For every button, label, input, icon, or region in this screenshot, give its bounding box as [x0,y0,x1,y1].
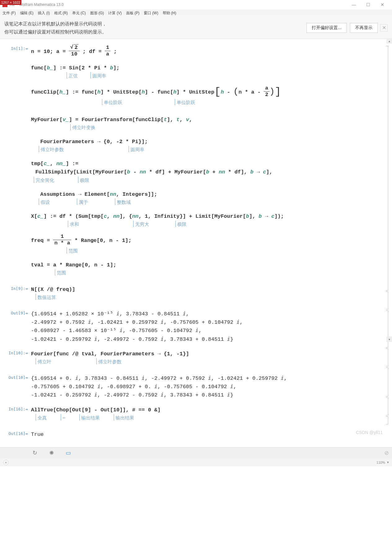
menu-format[interactable]: 格式 (R) [54,11,68,16]
output-cell[interactable]: True [31,430,380,439]
hint-infinity: 无穷大 [134,221,149,229]
menu-evaluation[interactable]: 计算 (V) [108,11,121,16]
hint-out: 输出结果 [80,415,100,422]
input-cell[interactable]: N[(X /@ freq)] 数值运算 [31,285,380,307]
hint-fourier: 傅立叶 [37,359,51,366]
input-cell[interactable]: AllTrue[Chop[Out[9] - Out[10]], # == 0 &… [31,406,380,428]
out-label: Out[10]= [6,374,31,400]
open-preferences-button[interactable]: 打开偏好设置... [306,23,347,33]
hint-pi: 圆周率 [91,73,106,80]
notebook-area[interactable]: ▴ In[1]:= n = 10; a = 210 ; df = 1a ; fu… [0,39,392,447]
hint-element: 属于 [78,199,88,207]
hint-limit: 极限 [176,221,187,229]
hint-integers: 整数域 [116,199,131,207]
in-label: In[16]:= [6,406,31,428]
output-cell[interactable]: {1.69514 + 0. ⅈ, 3.78343 - 0.84511 ⅈ, -2… [31,374,380,400]
dimension-badge: 1267 × 1022 [0,0,21,5]
banner-close-button[interactable]: ✕ [380,24,388,32]
menu-help[interactable]: 帮助 (H) [163,11,176,16]
menu-file[interactable]: 文件 (F) [2,11,16,16]
hint-fourier-transform: 傅立叶变换 [71,125,95,132]
out-label: Out[16]= [6,430,31,439]
hint-out: 输出结果 [115,415,134,422]
menu-edit[interactable]: 编辑 (E) [20,11,33,16]
dont-show-button[interactable]: 不再显示 [350,23,378,33]
scroll-down-icon[interactable]: ▾ [386,336,392,342]
scroll-up-icon[interactable]: ▴ [386,38,392,44]
input-cell[interactable]: Fourier[func /@ tval, FourierParameters … [31,350,380,372]
app-name: - Wolfram Mathematica 13.0 [17,2,64,7]
menu-insert[interactable]: 插入 (I) [38,11,50,16]
minimize-button[interactable]: — [347,0,361,9]
add-cell-button[interactable]: + [3,460,9,465]
output-cell[interactable]: {1.69514 + 1.05282 × 10⁻¹⁵ ⅈ, 3.78343 - … [31,310,380,344]
hint-unitstep: 单位阶跃 [103,99,122,107]
info-banner: 该笔记本正在以计算机默认的语种显示代码说明， 你可以通过偏好设置对话框控制代码说… [0,17,392,39]
hint-range: 范围 [56,270,66,277]
status-close-icon[interactable]: ⊘ [384,449,389,456]
hint-pi: 圆周率 [130,147,144,154]
menu-bar: 文件 (F) 编辑 (E) 插入 (I) 格式 (R) 单元 (C) 图形 (G… [0,9,392,17]
chat-icon[interactable]: ▭ [64,449,72,457]
menu-window[interactable]: 窗口 (W) [144,11,158,16]
hint-alltrue: 全真 [37,415,47,422]
in-label: In[1]:= [6,45,31,283]
hint-dots: ⋯ [62,415,65,422]
status-bar: ↻ ✺ ▭ ⊘ [0,447,392,458]
hint-fourier-params: 傅立叶参数 [40,147,64,154]
gear-icon[interactable]: ✺ [48,449,55,457]
banner-text: 该笔记本正在以计算机默认的语种显示代码说明， 你可以通过偏好设置对话框控制代码说… [4,20,303,36]
hint-fourier-params: 傅立叶参数 [97,359,121,366]
close-button[interactable]: ✕ [375,0,390,9]
zoom-dropdown-icon[interactable]: ▾ [387,460,389,464]
menu-cell[interactable]: 单元 (C) [72,11,86,16]
menu-graphics[interactable]: 图形 (G) [90,11,104,16]
title-bar: 1267 × 1022 .nb * - Wolfram Mathematica … [0,0,392,9]
hint-n: 数值运算 [37,294,56,302]
hint-range: 范围 [68,248,78,255]
bottom-bar: + 110% ▾ [0,458,392,467]
maximize-button[interactable]: ☐ [361,0,375,9]
watermark: CSDN @yll11 [356,430,383,435]
in-label: In[10]:= [6,350,31,372]
hint-limit: 极限 [79,177,89,185]
hint-sin: 正弦 [68,73,78,80]
menu-palettes[interactable]: 面板 (P) [126,11,139,16]
in-label: In[9]:= [6,285,31,307]
hint-unitstep: 单位阶跃 [176,99,195,107]
zoom-level[interactable]: 110% [377,461,385,464]
refresh-icon[interactable]: ↻ [31,449,38,457]
hint-assumptions: 假设 [40,199,50,207]
cell-brackets[interactable] [383,46,388,425]
out-label: Out[9]= [6,310,31,344]
input-cell[interactable]: n = 10; a = 210 ; df = 1a ; func[b_] := … [31,45,380,283]
hint-fullsimplify: 完全简化 [35,177,54,185]
hint-sum: 求和 [69,221,79,229]
